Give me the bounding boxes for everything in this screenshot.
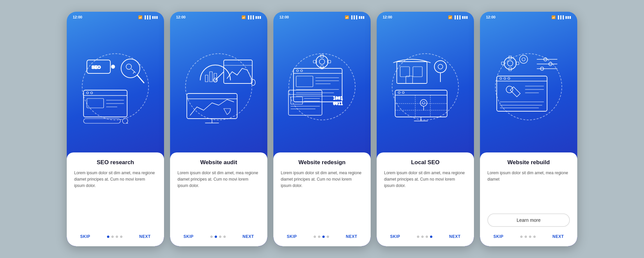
nav-bar-5: SKIP NEXT [487, 230, 570, 241]
status-bar-3: 12:00 📶 ▐▐▐ ▮▮▮ [273, 12, 371, 21]
dot-5-1 [520, 236, 523, 238]
title-website-redesign: Website redesign [281, 159, 363, 166]
wifi-icon-2: 📶 [241, 15, 246, 19]
dot-5-4 [533, 236, 536, 238]
title-seo-research: SEO research [74, 159, 157, 166]
skip-button-5[interactable]: SKIP [493, 234, 503, 239]
dot-1-1 [107, 236, 109, 238]
dot-1-3 [116, 236, 118, 238]
dot-2-1 [210, 236, 213, 238]
nav-bar-3: SKIP NEXT [281, 230, 363, 241]
body-website-audit: Lorem ipsum dolor sit dim amet, mea regi… [177, 170, 260, 230]
learn-more-button[interactable]: Learn more [487, 213, 570, 227]
dot-5-2 [525, 236, 527, 238]
title-website-rebuild: Website rebuild [487, 159, 570, 166]
status-icons-1: 📶 ▐▐▐ ▮▮▮ [138, 15, 158, 19]
status-icons-2: 📶 ▐▐▐ ▮▮▮ [241, 15, 261, 19]
dot-3-1 [314, 236, 316, 238]
screen-website-audit: 12:00 📶 ▐▐▐ ▮▮▮ [170, 12, 267, 246]
illustration-rebuild [480, 21, 577, 152]
signal-icon-5: ▐▐▐ [557, 15, 564, 19]
dot-4-2 [421, 236, 424, 238]
skip-button-2[interactable]: SKIP [183, 234, 194, 239]
next-button-1[interactable]: NEXT [139, 234, 151, 239]
time-5: 12:00 [486, 15, 495, 19]
signal-icon-3: ▐▐▐ [350, 15, 357, 19]
skip-button-1[interactable]: SKIP [80, 234, 90, 239]
dot-1-4 [120, 236, 122, 238]
skip-button-3[interactable]: SKIP [287, 234, 297, 239]
status-icons-5: 📶 ▐▐▐ ▮▮▮ [551, 15, 571, 19]
status-icons-3: 📶 ▐▐▐ ▮▮▮ [345, 15, 365, 19]
status-bar-2: 12:00 📶 ▐▐▐ ▮▮▮ [170, 12, 267, 21]
time-3: 12:00 [279, 15, 289, 19]
status-bar-4: 12:00 📶 ▐▐▐ ▮▮▮ [377, 12, 474, 21]
bottom-section-5: Website rebuild Lorem ipsum dolor sit di… [480, 152, 577, 246]
dot-4-4 [430, 236, 432, 238]
illustration-local-seo [377, 21, 474, 152]
time-4: 12:00 [383, 15, 392, 19]
signal-icon: ▐▐▐ [144, 15, 151, 19]
title-website-audit: Website audit [177, 159, 260, 166]
nav-bar-2: SKIP NEXT [177, 230, 260, 241]
illustration-seo: SEO [67, 21, 164, 152]
wifi-icon-3: 📶 [345, 15, 349, 19]
dot-3-3 [322, 236, 325, 238]
dots-2 [210, 236, 226, 238]
nav-bar-1: SKIP NEXT [74, 230, 157, 241]
wifi-icon: 📶 [138, 15, 142, 19]
screen-website-rebuild: 12:00 📶 ▐▐▐ ▮▮▮ [480, 12, 577, 246]
bottom-section-1: SEO research Lorem ipsum dolor sit dim a… [67, 152, 164, 246]
dots-5 [520, 236, 536, 238]
dot-2-2 [215, 236, 217, 238]
dot-4-3 [426, 236, 428, 238]
bottom-section-3: Website redesign Lorem ipsum dolor sit d… [273, 152, 371, 246]
next-button-2[interactable]: NEXT [243, 234, 254, 239]
title-local-seo: Local SEO [384, 159, 467, 166]
nav-bar-4: SKIP NEXT [384, 230, 467, 241]
battery-icon: ▮▮▮ [152, 15, 158, 19]
svg-line-18 [127, 123, 129, 124]
body-website-redesign: Lorem ipsum dolor sit dim amet, mea regi… [281, 170, 363, 230]
illustration-audit [170, 21, 267, 152]
wifi-icon-5: 📶 [551, 15, 555, 19]
next-button-4[interactable]: NEXT [449, 234, 461, 239]
dots-1 [107, 236, 122, 238]
skip-button-4[interactable]: SKIP [390, 234, 400, 239]
battery-icon-5: ▮▮▮ [565, 15, 571, 19]
battery-icon-4: ▮▮▮ [462, 15, 468, 19]
body-local-seo: Lorem ipsum dolor sit dim amet, mea regi… [384, 170, 467, 230]
wifi-icon-4: 📶 [448, 15, 452, 19]
screen-seo-research: 12:00 📶 ▐▐▐ ▮▮▮ SEO [67, 12, 164, 246]
battery-icon-2: ▮▮▮ [255, 15, 261, 19]
time-2: 12:00 [176, 15, 185, 19]
screens-container: 12:00 📶 ▐▐▐ ▮▮▮ SEO [67, 12, 577, 246]
dots-3 [314, 236, 329, 238]
screen-local-seo: 12:00 📶 ▐▐▐ ▮▮▮ [377, 12, 474, 246]
next-button-5[interactable]: NEXT [552, 234, 564, 239]
signal-icon-2: ▐▐▐ [247, 15, 254, 19]
battery-icon-3: ▮▮▮ [359, 15, 365, 19]
status-bar-1: 12:00 📶 ▐▐▐ ▮▮▮ [67, 12, 164, 21]
dot-2-4 [223, 236, 226, 238]
dots-4 [417, 236, 432, 238]
signal-icon-4: ▐▐▐ [453, 15, 461, 19]
status-bar-5: 12:00 📶 ▐▐▐ ▮▮▮ [480, 12, 577, 21]
bottom-section-2: Website audit Lorem ipsum dolor sit dim … [170, 152, 267, 246]
dot-2-3 [219, 236, 221, 238]
body-seo-research: Lorem ipsum dolor sit dim amet, mea regi… [74, 170, 157, 230]
dot-4-1 [417, 236, 419, 238]
dot-1-2 [111, 236, 114, 238]
next-button-3[interactable]: NEXT [346, 234, 357, 239]
body-website-rebuild: Lorem ipsum dolor sit dim amet, mea regi… [487, 170, 570, 210]
dot-5-3 [529, 236, 531, 238]
time-1: 12:00 [73, 15, 82, 19]
status-icons-4: 📶 ▐▐▐ ▮▮▮ [448, 15, 468, 19]
dot-3-4 [327, 236, 329, 238]
dot-3-2 [318, 236, 320, 238]
screen-website-redesign: 12:00 📶 ▐▐▐ ▮▮▮ [273, 12, 371, 246]
bottom-section-4: Local SEO Lorem ipsum dolor sit dim amet… [377, 152, 474, 246]
illustration-redesign: 1001 0011 [273, 21, 371, 152]
